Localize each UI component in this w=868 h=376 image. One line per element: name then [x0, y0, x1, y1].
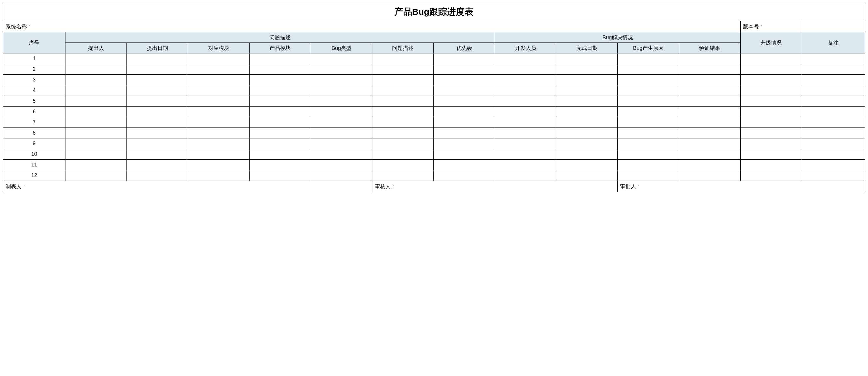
- cell-empty: [556, 128, 618, 138]
- cell-empty: [679, 138, 740, 149]
- cell-empty: [802, 160, 865, 170]
- table-row: 4: [3, 85, 865, 96]
- subheader-submitter: 提出人: [65, 43, 127, 53]
- table-row: 2: [3, 64, 865, 75]
- cell-empty: [618, 160, 679, 170]
- cell-empty: [434, 96, 495, 107]
- table-row: 6: [3, 107, 865, 117]
- cell-empty: [802, 170, 865, 181]
- cell-empty: [434, 128, 495, 138]
- cell-empty: [495, 160, 556, 170]
- cell-empty: [249, 75, 311, 85]
- cell-empty: [556, 107, 618, 117]
- preparer-cell: 制表人：: [3, 181, 372, 192]
- cell-empty: [188, 96, 249, 107]
- cell-empty: [495, 107, 556, 117]
- bug-tracking-table: 产品Bug跟踪进度表 系统名称： 版本号： 序号 问题描述 Bug解决情况 升级…: [3, 3, 865, 192]
- approver-label: 审批人：: [620, 183, 641, 190]
- cell-empty: [249, 138, 311, 149]
- cell-empty: [679, 160, 740, 170]
- header-resolution-group: Bug解决情况: [495, 32, 741, 43]
- cell-seq: 9: [3, 138, 65, 149]
- cell-empty: [740, 138, 802, 149]
- subheader-problem-desc: 问题描述: [372, 43, 433, 53]
- cell-empty: [556, 149, 618, 160]
- table-row: 5: [3, 96, 865, 107]
- cell-empty: [188, 160, 249, 170]
- cell-empty: [802, 64, 865, 75]
- cell-empty: [311, 64, 372, 75]
- cell-empty: [65, 53, 127, 64]
- cell-empty: [127, 96, 188, 107]
- cell-empty: [311, 85, 372, 96]
- cell-empty: [679, 96, 740, 107]
- cell-empty: [311, 160, 372, 170]
- header-remark: 备注: [802, 32, 865, 53]
- cell-empty: [188, 64, 249, 75]
- cell-empty: [802, 128, 865, 138]
- cell-empty: [311, 149, 372, 160]
- cell-empty: [740, 107, 802, 117]
- version-label: 版本号：: [743, 24, 764, 30]
- cell-empty: [65, 160, 127, 170]
- cell-empty: [434, 160, 495, 170]
- cell-empty: [249, 96, 311, 107]
- cell-empty: [679, 75, 740, 85]
- cell-empty: [740, 53, 802, 64]
- cell-empty: [495, 75, 556, 85]
- cell-empty: [65, 149, 127, 160]
- cell-empty: [311, 75, 372, 85]
- cell-empty: [740, 96, 802, 107]
- subheader-priority: 优先级: [434, 43, 495, 53]
- cell-empty: [556, 170, 618, 181]
- subheader-submit-date: 提出日期: [127, 43, 188, 53]
- cell-empty: [311, 128, 372, 138]
- cell-empty: [679, 53, 740, 64]
- cell-empty: [556, 96, 618, 107]
- cell-seq: 12: [3, 170, 65, 181]
- cell-empty: [618, 64, 679, 75]
- cell-seq: 3: [3, 75, 65, 85]
- cell-empty: [249, 160, 311, 170]
- cell-empty: [618, 75, 679, 85]
- cell-empty: [311, 138, 372, 149]
- cell-empty: [495, 138, 556, 149]
- cell-empty: [65, 117, 127, 128]
- cell-empty: [679, 64, 740, 75]
- cell-empty: [188, 170, 249, 181]
- cell-empty: [188, 138, 249, 149]
- cell-empty: [802, 149, 865, 160]
- cell-empty: [127, 75, 188, 85]
- cell-empty: [679, 107, 740, 117]
- cell-empty: [311, 170, 372, 181]
- cell-empty: [127, 149, 188, 160]
- cell-empty: [127, 53, 188, 64]
- header-problem-group: 问题描述: [65, 32, 495, 43]
- cell-empty: [372, 149, 433, 160]
- cell-empty: [618, 53, 679, 64]
- cell-empty: [495, 85, 556, 96]
- cell-empty: [127, 138, 188, 149]
- cell-empty: [618, 128, 679, 138]
- subheader-corresp-module: 对应模块: [188, 43, 249, 53]
- cell-empty: [65, 128, 127, 138]
- cell-empty: [618, 85, 679, 96]
- table-row: 10: [3, 149, 865, 160]
- cell-empty: [127, 107, 188, 117]
- cell-empty: [434, 149, 495, 160]
- version-value-cell: [802, 21, 865, 32]
- cell-empty: [65, 107, 127, 117]
- cell-seq: 4: [3, 85, 65, 96]
- cell-empty: [679, 117, 740, 128]
- cell-empty: [556, 53, 618, 64]
- cell-empty: [679, 85, 740, 96]
- cell-empty: [618, 149, 679, 160]
- cell-empty: [495, 170, 556, 181]
- cell-empty: [127, 117, 188, 128]
- table-row: 8: [3, 128, 865, 138]
- cell-empty: [434, 107, 495, 117]
- table-title: 产品Bug跟踪进度表: [3, 3, 865, 21]
- table-row: 11: [3, 160, 865, 170]
- cell-empty: [65, 138, 127, 149]
- cell-empty: [311, 117, 372, 128]
